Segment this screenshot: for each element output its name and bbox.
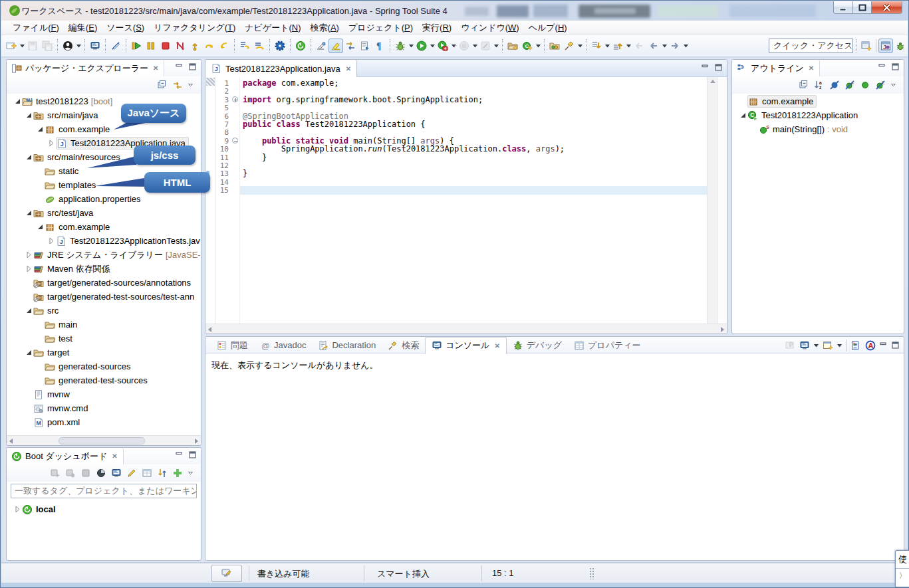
expanded-arrow-icon[interactable] — [25, 112, 33, 118]
coverage-icon[interactable] — [436, 39, 450, 53]
new-class-dropdown[interactable] — [535, 39, 541, 53]
tree-item-test[interactable]: test — [7, 332, 201, 345]
close-button[interactable] — [872, 1, 902, 14]
nav-fwd-dropdown[interactable] — [682, 39, 689, 53]
menu-3[interactable]: ソース(S) — [102, 21, 149, 35]
link-editor-icon[interactable] — [343, 39, 358, 53]
annot-next-icon[interactable] — [589, 39, 604, 53]
status-access-button[interactable] — [211, 565, 242, 582]
view-menu-icon[interactable] — [890, 81, 898, 89]
nav-back-icon[interactable] — [646, 39, 661, 53]
table-ic-icon[interactable] — [142, 468, 152, 478]
outline-tab[interactable]: アウトライン ✕ — [732, 60, 820, 76]
persp-java-icon[interactable]: J — [878, 39, 893, 53]
collapsed-arrow-icon[interactable] — [25, 252, 33, 258]
tree-item-src[interactable]: src — [7, 304, 201, 318]
pause-icon[interactable] — [144, 39, 158, 53]
vertical-scrollbar[interactable] — [707, 77, 717, 324]
resume-icon[interactable] — [129, 39, 144, 53]
last-edit-icon[interactable] — [632, 39, 646, 53]
tree-item-main[interactable]: main — [7, 318, 201, 332]
tree-item-com-example[interactable]: com.example — [7, 122, 201, 136]
boot-filter-input[interactable]: 一致するタグ、プロジェクト、またはワーキング・ — [11, 484, 197, 498]
tree-item-test20181223applicationtests-jav[interactable]: JTest20181223ApplicationTests.jav — [7, 234, 201, 248]
maximize-view-icon[interactable] — [892, 342, 900, 349]
persp-open-icon[interactable] — [859, 39, 874, 53]
open-console-dropdown[interactable] — [814, 344, 819, 347]
annot-next-dropdown[interactable] — [604, 39, 610, 53]
menu-8[interactable]: 実行(R) — [418, 21, 456, 35]
add-green-icon[interactable] — [172, 468, 183, 478]
charset-icon[interactable]: A — [865, 340, 876, 351]
open-log-icon[interactable] — [850, 340, 861, 351]
expanded-arrow-icon[interactable] — [25, 349, 33, 355]
minimize-view-icon[interactable] — [880, 342, 888, 349]
tree-item-mvnw[interactable]: mvnw — [7, 387, 201, 401]
disconnect-icon[interactable] — [173, 39, 188, 53]
open-type-icon[interactable] — [547, 39, 562, 53]
horizontal-scrollbar[interactable] — [7, 435, 201, 445]
new-wizard-dropdown[interactable] — [19, 39, 25, 53]
gear-blue-icon[interactable] — [273, 39, 287, 53]
console-tab-6[interactable]: デバッグ — [507, 337, 568, 354]
editor-h-scrollbar[interactable] — [205, 324, 727, 334]
menu-5[interactable]: ナビゲート(N) — [240, 21, 305, 35]
boot-app-icon[interactable] — [293, 39, 308, 53]
fold-expand-icon[interactable] — [232, 96, 238, 102]
tree-item-src-test-java[interactable]: src/test/java — [7, 206, 201, 220]
console-tab-4[interactable]: 検索 — [382, 337, 425, 354]
scrollbar-arrow[interactable] — [195, 439, 198, 444]
open-console-icon[interactable] — [111, 468, 122, 478]
fold-collapse-icon[interactable] — [232, 138, 238, 144]
console-tab-2[interactable]: @Javadoc — [254, 337, 312, 354]
stop-dis-icon[interactable] — [80, 468, 91, 478]
annot-prev-dropdown[interactable] — [625, 39, 632, 53]
start-dis-icon[interactable] — [50, 468, 61, 478]
hide-fields-icon[interactable] — [829, 80, 840, 90]
open-console-icon[interactable] — [88, 39, 102, 53]
menu-6[interactable]: 検索(A) — [306, 21, 344, 35]
tree-item-target-generated-sources-annotations[interactable]: target/generated-sources/annotations — [7, 276, 201, 290]
collapse-all-icon[interactable] — [157, 80, 168, 90]
boot-dashboard-tab[interactable]: Boot ダッシュボード ✕ — [7, 448, 124, 464]
stop-icon[interactable] — [158, 39, 173, 53]
close-tab-icon[interactable]: ✕ — [494, 342, 499, 349]
pilcrow-icon[interactable]: ¶ — [372, 39, 387, 53]
close-editor-icon[interactable]: ✕ — [346, 65, 351, 72]
minimize-view-icon[interactable] — [878, 63, 886, 71]
collapsed-arrow-icon[interactable] — [13, 506, 22, 512]
tree-item-com-example[interactable]: com.example — [732, 94, 904, 108]
tree-item-com-example[interactable]: com.example — [7, 220, 201, 234]
new-java-project-icon[interactable] — [505, 39, 520, 53]
minimize-view-icon[interactable] — [702, 64, 710, 72]
debug-bug-dropdown[interactable] — [408, 39, 414, 53]
tree-item-target[interactable]: target — [7, 345, 201, 359]
editor-tab[interactable]: J Test20181223Application.java ✕ — [205, 60, 357, 77]
new-class-icon[interactable]: C — [520, 39, 535, 53]
menu-7[interactable]: プロジェクト(P) — [344, 21, 418, 35]
search-flash-icon[interactable] — [562, 39, 577, 53]
scrollbar-arrow[interactable] — [721, 327, 724, 332]
collapsed-arrow-icon[interactable] — [47, 238, 56, 244]
expanded-arrow-icon[interactable] — [25, 308, 33, 314]
console-tab-1[interactable]: 問題 — [211, 337, 254, 354]
tree-item-maven-[interactable]: Maven 依存関係 — [7, 262, 201, 276]
title-bar[interactable]: ワークスペース - test20181223/src/main/java/com… — [1, 1, 908, 21]
collapsed-arrow-icon[interactable] — [47, 140, 56, 146]
minimize-view-icon[interactable] — [176, 63, 184, 71]
expanded-arrow-icon[interactable] — [36, 224, 45, 230]
menu-9[interactable]: ウィンドウ(W) — [456, 21, 523, 35]
expanded-arrow-icon[interactable] — [13, 98, 22, 104]
hide-static-icon[interactable]: s — [844, 80, 855, 90]
menu-10[interactable]: ヘルプ(H) — [524, 21, 572, 35]
new-console-icon[interactable] — [823, 340, 833, 351]
new-wizard-icon[interactable] — [4, 39, 19, 53]
maximize-view-icon[interactable] — [715, 64, 723, 72]
pin-icon[interactable] — [785, 340, 795, 351]
tree-item-test20181223application[interactable]: CTest20181223Application — [732, 108, 904, 122]
maximize-view-icon[interactable] — [189, 63, 197, 71]
code-editor[interactable]: 12356789101112131415 package com.example… — [205, 77, 727, 324]
save-icon[interactable] — [25, 39, 40, 53]
expanded-arrow-icon[interactable] — [25, 210, 33, 216]
tree-item-pom-xml[interactable]: Mpom.xml — [7, 415, 201, 429]
